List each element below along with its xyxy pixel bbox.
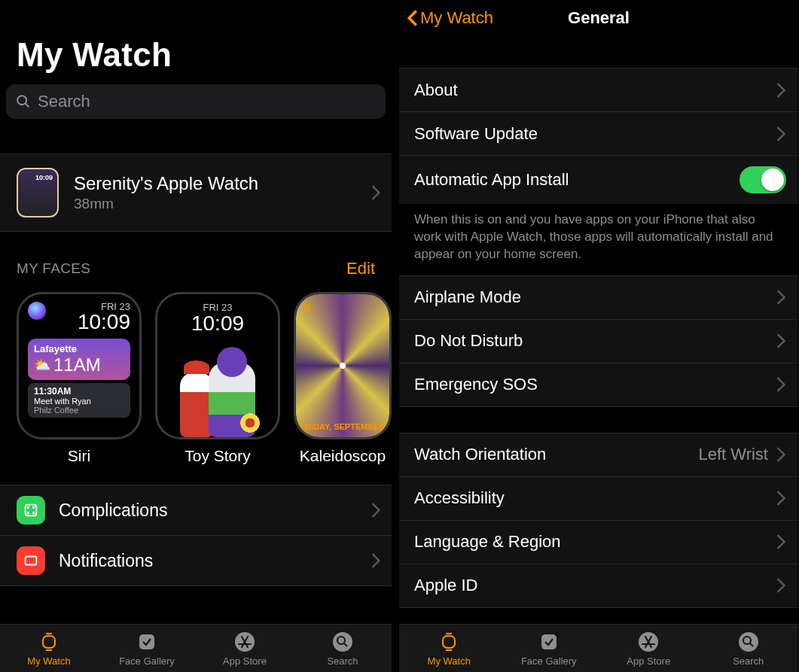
faces-scroll[interactable]: FRI 23 10:09 Lafayette ⛅11AM 11:30AM Mee…: [0, 287, 392, 465]
notifications-row[interactable]: Notifications: [0, 536, 392, 586]
row-label: Watch Orientation: [414, 445, 546, 464]
svg-rect-2: [26, 505, 37, 516]
tab-search[interactable]: Search: [294, 625, 392, 672]
weather-icon: ⛅: [34, 357, 50, 373]
svg-rect-8: [43, 636, 55, 648]
tab-my-watch[interactable]: My Watch: [0, 625, 98, 672]
tab-face-gallery[interactable]: Face Gallery: [98, 625, 196, 672]
tab-app-store[interactable]: App Store: [599, 625, 699, 672]
automatic-app-install-note: When this is on and you have apps on you…: [399, 204, 798, 275]
settings-list: Complications Notifications: [0, 485, 392, 586]
face-item-toy-story[interactable]: FRI 23 10:09 Toy Story: [155, 292, 280, 465]
watch-info: Serenity's Apple Watch 38mm: [74, 173, 355, 212]
svg-point-6: [33, 512, 35, 514]
paired-watch-row[interactable]: Serenity's Apple Watch 38mm: [0, 154, 392, 232]
search-icon: [737, 631, 760, 653]
watch-orientation-row[interactable]: Watch Orientation Left Wrist: [399, 433, 798, 477]
back-label: My Watch: [420, 8, 493, 28]
chevron-right-icon: [776, 446, 786, 463]
tab-label: My Watch: [428, 655, 471, 667]
watch-icon: [38, 631, 60, 653]
tab-my-watch[interactable]: My Watch: [399, 625, 499, 672]
apple-id-row[interactable]: Apple ID: [399, 564, 798, 608]
back-button[interactable]: My Watch: [407, 8, 493, 28]
chevron-left-icon: [407, 9, 419, 27]
row-label: Software Update: [414, 124, 538, 144]
search-icon: [331, 631, 354, 653]
tab-label: Face Gallery: [521, 655, 577, 667]
tab-label: Face Gallery: [119, 655, 175, 667]
faces-section-header: MY FACES Edit: [0, 232, 392, 287]
event-title: Meet with Ryan: [34, 397, 124, 406]
row-label: Complications: [59, 500, 357, 521]
about-row[interactable]: About: [399, 68, 798, 112]
spacer: [0, 126, 392, 154]
row-label: Accessibility: [414, 488, 505, 508]
svg-point-16: [333, 632, 352, 652]
svg-point-5: [27, 512, 29, 514]
general-group-2: Airplane Mode Do Not Disturb Emergency S…: [399, 275, 798, 407]
screen-my-watch: My Watch Search Serenity's Apple Watch 3…: [0, 0, 392, 672]
tab-face-gallery[interactable]: Face Gallery: [499, 625, 599, 672]
tab-label: App Store: [627, 655, 670, 667]
weather-city: Lafayette: [34, 343, 124, 354]
face-preview: FRI 23 10:09: [155, 292, 280, 439]
appstore-icon: [233, 631, 256, 653]
language-region-row[interactable]: Language & Region: [399, 521, 798, 564]
face-badge: ʊ: [303, 300, 311, 315]
svg-rect-19: [443, 636, 455, 648]
event-card: 11:30AM Meet with Ryan Philz Coffee: [28, 383, 130, 418]
emergency-sos-row[interactable]: Emergency SOS: [399, 363, 798, 407]
tab-app-store[interactable]: App Store: [196, 625, 294, 672]
search-container: Search: [0, 84, 392, 126]
nav-bar: My Watch General: [399, 0, 798, 36]
row-label: Notifications: [59, 551, 357, 571]
face-preview: ʊ FRIDAY, SEPTEMBER: [294, 292, 392, 439]
search-input[interactable]: Search: [6, 84, 386, 119]
chevron-right-icon: [776, 82, 786, 99]
tab-search[interactable]: Search: [699, 625, 799, 672]
accessibility-row[interactable]: Accessibility: [399, 477, 798, 521]
chevron-right-icon: [776, 577, 786, 594]
svg-rect-11: [139, 634, 154, 649]
chevron-right-icon: [371, 502, 381, 518]
face-item-siri[interactable]: FRI 23 10:09 Lafayette ⛅11AM 11:30AM Mee…: [17, 292, 142, 465]
search-icon: [15, 93, 32, 110]
spacer: [399, 36, 798, 68]
svg-rect-22: [541, 634, 557, 649]
airplane-mode-row[interactable]: Airplane Mode: [399, 276, 798, 320]
software-update-row[interactable]: Software Update: [399, 112, 798, 156]
screen-general: My Watch General About Software Update A…: [399, 0, 798, 672]
complications-icon: [17, 496, 45, 525]
do-not-disturb-row[interactable]: Do Not Disturb: [399, 320, 798, 363]
edit-faces-button[interactable]: Edit: [346, 259, 375, 278]
row-label: Airplane Mode: [414, 287, 521, 307]
face-time: 10:09: [166, 312, 269, 336]
tab-label: My Watch: [27, 655, 70, 667]
tab-bar: My Watch Face Gallery A: [399, 624, 798, 672]
tab-bar: My Watch Face Gallery A: [0, 624, 392, 672]
chevron-right-icon: [371, 184, 381, 201]
event-location: Philz Coffee: [34, 406, 124, 415]
weather-card: Lafayette ⛅11AM: [28, 339, 130, 380]
complications-row[interactable]: Complications: [0, 485, 392, 536]
face-item-kaleidoscope[interactable]: ʊ FRIDAY, SEPTEMBER Kaleidoscop: [294, 292, 392, 465]
watch-size: 38mm: [74, 196, 355, 212]
row-label: Do Not Disturb: [414, 331, 523, 351]
row-label: About: [414, 81, 458, 100]
notifications-icon: [17, 546, 45, 575]
general-group-3: Watch Orientation Left Wrist Accessibili…: [399, 433, 798, 608]
chevron-right-icon: [776, 289, 786, 306]
search-placeholder: Search: [38, 92, 90, 111]
chevron-right-icon: [776, 490, 786, 506]
gallery-icon: [136, 631, 158, 653]
svg-rect-7: [26, 557, 37, 565]
kaleidoscope-art-icon: [296, 294, 389, 437]
svg-line-1: [26, 104, 29, 108]
face-date: FRIDAY, SEPTEMBER: [296, 422, 389, 431]
face-name: Kaleidoscop: [300, 447, 386, 465]
general-group-1: About Software Update Automatic App Inst…: [399, 68, 798, 204]
watch-icon: [438, 631, 460, 653]
automatic-app-install-toggle[interactable]: [740, 166, 786, 193]
row-label: Automatic App Install: [414, 170, 569, 190]
